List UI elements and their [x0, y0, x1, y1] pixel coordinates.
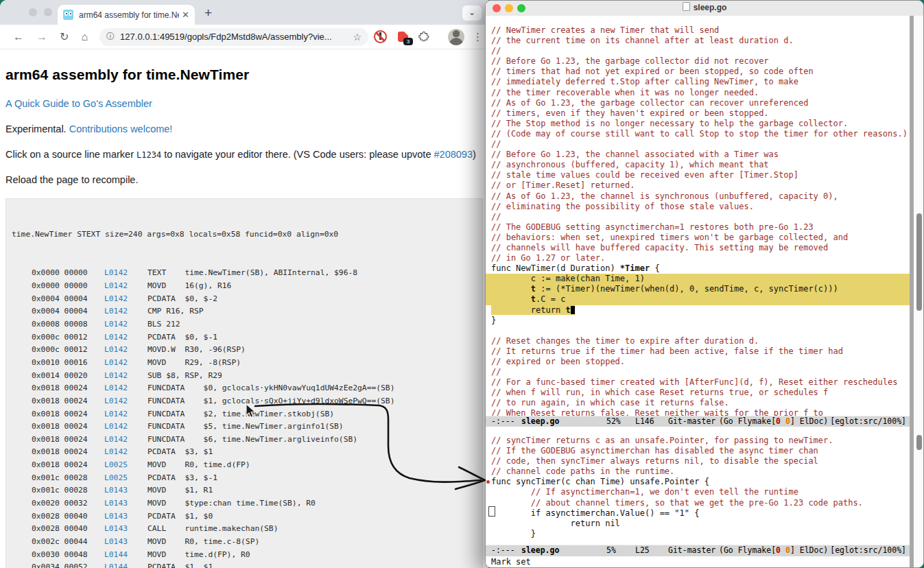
emacs-zoom-button[interactable] — [517, 4, 525, 12]
asm-row: 0x0028 00040L0143PCDATA $1, $0 — [12, 510, 482, 523]
modeline-modes: (Go Flymake[0 0] ElDoc) — [719, 545, 828, 556]
asm-source-line-marker-link[interactable]: L0025 — [104, 472, 129, 485]
asm-source-line-marker-link[interactable]: L0025 — [104, 459, 129, 472]
code-line: // — [491, 212, 910, 222]
window-close-button[interactable] — [29, 8, 37, 16]
asm-instruction: TEXT time.NewTimer(SB), ABIInternal, $96… — [147, 268, 357, 277]
marker-help-text-2: to navigate your editor there. (VS Code … — [161, 149, 434, 160]
asm-source-line-marker-link[interactable]: L0143 — [104, 484, 129, 497]
asm-row: 0x0034 00052L0144PCDATA $1, $1 — [12, 561, 482, 568]
code-line: // channels will have buffered capacity.… — [491, 243, 910, 253]
page-title: arm64 assembly for time.NewTimer — [5, 67, 483, 83]
asm-source-line-marker-link[interactable]: L0142 — [104, 370, 129, 383]
asm-address: 0x0030 00048 — [32, 549, 89, 562]
asm-row: 0x001c 00028L0143MOVD $1, R1 — [12, 484, 482, 497]
emacs-scrollbar-track[interactable] — [910, 16, 923, 567]
asm-source-line-marker-link[interactable]: L0143 — [104, 523, 129, 536]
asm-address: 0x001c 00028 — [32, 472, 89, 485]
tab-title: arm64 assembly for time.New — [79, 10, 179, 20]
emacs-close-button[interactable] — [493, 4, 501, 12]
asm-source-line-marker-link[interactable]: L0142 — [104, 305, 129, 318]
asm-source-line-marker-link[interactable]: L0142 — [104, 408, 129, 421]
profile-avatar[interactable] — [448, 29, 464, 45]
browser-tab[interactable]: arm64 assembly for time.New ✕ — [58, 5, 195, 25]
asm-row: 0x0018 00024L0142FUNCDATA $5, time.NewTi… — [12, 421, 482, 434]
asm-source-line-marker-link[interactable]: L0143 — [104, 497, 129, 510]
forward-icon[interactable]: → — [36, 31, 47, 43]
emacs-lower-pane[interactable]: // syncTimer returns c as an unsafe.Poin… — [486, 427, 910, 545]
asm-source-line-marker-link[interactable]: L0142 — [104, 331, 129, 344]
asm-source-line-marker-link[interactable]: L0142 — [104, 344, 129, 357]
asm-source-line-marker-link[interactable]: L0142 — [104, 293, 129, 306]
scrollbar-thumb-upper[interactable] — [916, 213, 922, 311]
bookmark-star-icon[interactable]: ☆ — [353, 32, 362, 43]
blocker-extension-icon[interactable] — [374, 30, 387, 43]
asm-source-line-marker-link[interactable]: L0142 — [104, 357, 129, 370]
code-line: // eliminating the possibility of those … — [491, 202, 910, 212]
flagged-extension-icon[interactable]: 3 — [398, 32, 408, 42]
flymake-warning-count: 0 — [785, 545, 790, 555]
asm-instruction: PCDATA $1, $0 — [147, 512, 213, 521]
asm-source-line-marker-link[interactable]: L0142 — [104, 395, 129, 408]
asm-instruction: MOVD $1, R1 — [147, 486, 213, 495]
site-info-icon[interactable]: ⓘ — [106, 31, 115, 43]
asm-source-line-marker-link[interactable]: L0144 — [104, 561, 129, 568]
reload-icon[interactable]: ↻ — [60, 30, 69, 43]
asm-source-line-marker-link[interactable]: L0142 — [104, 421, 129, 434]
code-line: // asynchronous (buffered, capacity 1), … — [491, 160, 910, 170]
mode-line-lower: -:--- sleep.go 5% L25 Git-master (Go Fly… — [486, 545, 910, 557]
asm-address: 0x0018 00024 — [32, 434, 89, 447]
code-line: // when f will run, in which case Reset … — [491, 388, 910, 398]
code-line: // immediately deferred t.Stop after cal… — [491, 77, 910, 87]
back-icon[interactable]: ← — [13, 31, 24, 43]
scrollbar-thumb-lower[interactable] — [916, 435, 922, 450]
tab-search-chevron-button[interactable]: ⌄ — [462, 5, 482, 21]
asm-instruction: CALL runtime.makechan(SB) — [147, 524, 278, 533]
browser-menu-icon[interactable]: ⋮ — [473, 31, 483, 43]
code-line: // As of Go 1.23, the garbage collector … — [491, 98, 910, 108]
code-line: t.C = c — [486, 294, 910, 305]
asm-source-line-marker-link[interactable]: L0142 — [104, 434, 129, 447]
asm-address: 0x0018 00024 — [32, 421, 89, 434]
code-line: // As of Go 1.23, the channel is synchro… — [491, 191, 910, 202]
asm-source-line-marker-link[interactable]: L0143 — [104, 536, 129, 549]
asm-address: 0x0000 00000 — [32, 280, 89, 293]
asm-listing: time.NewTimer STEXT size=240 args=0x8 lo… — [5, 198, 483, 568]
asm-source-line-marker-link[interactable]: L0142 — [104, 382, 129, 395]
code-line: if asynctimerchan.Value() == "1" { — [491, 508, 910, 519]
address-bar[interactable]: ⓘ 127.0.0.1:49519/gopls/Fdp2Mstd8wA/asse… — [99, 28, 368, 46]
code-line: // code, then syncTimer always returns n… — [491, 456, 910, 466]
asm-source-line-marker-link[interactable]: L0142 — [104, 446, 129, 459]
asm-instruction: PCDATA $3, $-1 — [147, 473, 217, 482]
new-tab-button[interactable]: + — [204, 5, 212, 21]
code-line: // behaviors: when set, unexpired timers… — [491, 233, 910, 243]
code-line: // timers that had not yet expired or be… — [491, 67, 910, 77]
code-line: return nil — [491, 519, 910, 529]
assembler-guide-link[interactable]: A Quick Guide to Go's Assembler — [5, 98, 152, 109]
asm-row: 0x0004 00004L0142CMP R16, RSP — [12, 305, 482, 318]
asm-address: 0x0008 00008 — [32, 318, 89, 331]
asm-row: 0x0018 00024L0142FUNCDATA $0, gclocals·y… — [12, 382, 482, 395]
extensions-puzzle-icon[interactable] — [418, 31, 430, 43]
asm-source-line-marker-link[interactable]: L0144 — [104, 549, 129, 562]
asm-source-line-marker-link[interactable]: L0142 — [104, 318, 129, 331]
vscode-issue-link[interactable]: #208093 — [434, 149, 473, 160]
asm-instruction: MOVD time.d(FP), R0 — [147, 550, 250, 559]
asm-source-line-marker-link[interactable]: L0142 — [104, 280, 129, 293]
window-minimize-button[interactable] — [44, 8, 52, 16]
asm-source-line-marker-link[interactable]: L0142 — [104, 267, 129, 280]
emacs-minimize-button[interactable] — [505, 4, 513, 12]
code-line: // syncTimer returns c as an unsafe.Poin… — [491, 436, 910, 446]
contributions-link[interactable]: Contributions welcome! — [69, 123, 173, 134]
asm-instruction: FUNCDATA $1, gclocals·sQxO+jiYy+d9ldxoWS… — [147, 397, 394, 405]
emacs-upper-pane[interactable]: // NewTimer creates a new Timer that wil… — [486, 16, 910, 416]
asm-row: 0x0030 00048L0144MOVD time.d(FP), R0 — [12, 549, 482, 562]
asm-address: 0x0014 00020 — [32, 370, 89, 383]
code-line: // NewTimer creates a new Timer that wil… — [491, 25, 910, 36]
code-line: // When Reset returns false, Reset neith… — [491, 408, 910, 416]
asm-source-line-marker-link[interactable]: L0143 — [104, 510, 129, 523]
tab-close-icon[interactable]: ✕ — [182, 10, 189, 20]
asm-instruction: BLS 212 — [147, 320, 180, 329]
home-icon[interactable]: ⌂ — [81, 31, 88, 43]
url-text[interactable]: 127.0.0.1:49519/gopls/Fdp2Mstd8wA/assemb… — [120, 32, 348, 42]
